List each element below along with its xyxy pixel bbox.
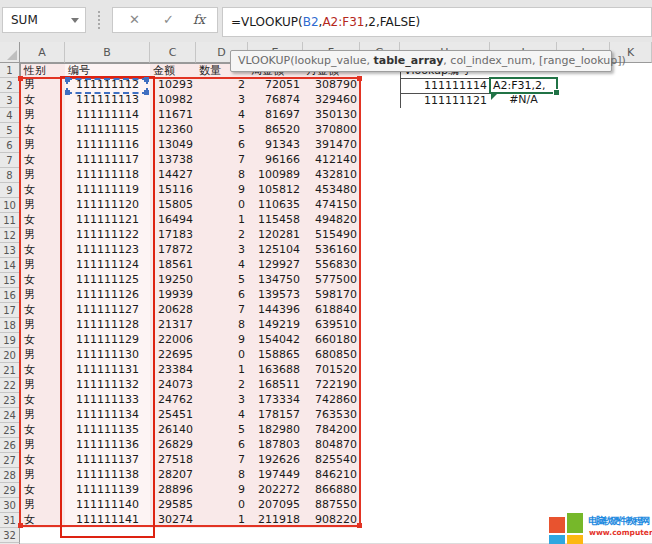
cell-I13[interactable] xyxy=(490,243,558,259)
formula-input[interactable]: =VLOOKUP(B2,A2:F31,2,FALSE) xyxy=(222,7,652,37)
row-header-32[interactable]: 32 xyxy=(0,528,20,543)
cell-I24[interactable] xyxy=(490,408,558,424)
cell-J22[interactable] xyxy=(557,378,611,394)
cell-G26[interactable] xyxy=(360,438,401,454)
column-header-C[interactable]: C xyxy=(150,42,196,63)
cell-H25[interactable] xyxy=(400,423,491,439)
cell-H30[interactable] xyxy=(400,498,491,514)
cell-J6[interactable] xyxy=(557,138,611,154)
column-header-A[interactable]: A xyxy=(20,42,65,63)
cell-K2[interactable] xyxy=(610,78,652,94)
cell-I21[interactable] xyxy=(490,363,558,379)
cell-H19[interactable] xyxy=(400,333,491,349)
cell-H26[interactable] xyxy=(400,438,491,454)
cell-H21[interactable] xyxy=(400,363,491,379)
range-handle-icon[interactable] xyxy=(18,523,23,528)
cell-I22[interactable] xyxy=(490,378,558,394)
cell-I18[interactable] xyxy=(490,318,558,334)
cell-K28[interactable] xyxy=(610,468,652,484)
cell-G7[interactable] xyxy=(360,153,401,169)
cell-J5[interactable] xyxy=(557,123,611,139)
cell-G23[interactable] xyxy=(360,393,401,409)
cell-G14[interactable] xyxy=(360,258,401,274)
reference-border-B2[interactable] xyxy=(66,78,148,94)
cell-K12[interactable] xyxy=(610,228,652,244)
cell-H10[interactable] xyxy=(400,198,491,214)
lookup-result-2-cell[interactable]: #N/A xyxy=(490,93,558,109)
cell-G19[interactable] xyxy=(360,333,401,349)
cell-K13[interactable] xyxy=(610,243,652,259)
cell-K17[interactable] xyxy=(610,303,652,319)
cell-K22[interactable] xyxy=(610,378,652,394)
row-header-6[interactable]: 6 xyxy=(0,138,20,153)
cell-J28[interactable] xyxy=(557,468,611,484)
row-header-19[interactable]: 19 xyxy=(0,333,20,348)
cell-I32[interactable] xyxy=(490,528,558,544)
cell-I23[interactable] xyxy=(490,393,558,409)
cell-K7[interactable] xyxy=(610,153,652,169)
fill-handle[interactable] xyxy=(553,89,560,96)
cell-G28[interactable] xyxy=(360,468,401,484)
row-header-22[interactable]: 22 xyxy=(0,378,20,393)
cell-G29[interactable] xyxy=(360,483,401,499)
row-header-5[interactable]: 5 xyxy=(0,123,20,138)
cell-I28[interactable] xyxy=(490,468,558,484)
cell-J14[interactable] xyxy=(557,258,611,274)
cell-K21[interactable] xyxy=(610,363,652,379)
cell-I14[interactable] xyxy=(490,258,558,274)
cell-K20[interactable] xyxy=(610,348,652,364)
cell-I26[interactable] xyxy=(490,438,558,454)
cell-G6[interactable] xyxy=(360,138,401,154)
cell-G13[interactable] xyxy=(360,243,401,259)
cell-J29[interactable] xyxy=(557,483,611,499)
cell-I9[interactable] xyxy=(490,183,558,199)
row-header-25[interactable]: 25 xyxy=(0,423,20,438)
row-header-9[interactable]: 9 xyxy=(0,183,20,198)
cell-G12[interactable] xyxy=(360,228,401,244)
range-handle-icon[interactable] xyxy=(65,77,70,82)
cell-K11[interactable] xyxy=(610,213,652,229)
cell-G4[interactable] xyxy=(360,108,401,124)
cell-J11[interactable] xyxy=(557,213,611,229)
cell-K29[interactable] xyxy=(610,483,652,499)
row-header-3[interactable]: 3 xyxy=(0,93,20,108)
cell-I17[interactable] xyxy=(490,303,558,319)
cell-I25[interactable] xyxy=(490,423,558,439)
cell-H4[interactable] xyxy=(400,108,491,124)
cell-K3[interactable] xyxy=(610,93,652,109)
cell-G20[interactable] xyxy=(360,348,401,364)
cell-K19[interactable] xyxy=(610,333,652,349)
cell-J24[interactable] xyxy=(557,408,611,424)
cell-G31[interactable] xyxy=(360,513,401,529)
cell-K18[interactable] xyxy=(610,318,652,334)
cell-J3[interactable] xyxy=(557,93,611,109)
cell-H17[interactable] xyxy=(400,303,491,319)
row-header-15[interactable]: 15 xyxy=(0,273,20,288)
cell-G16[interactable] xyxy=(360,288,401,304)
cell-G5[interactable] xyxy=(360,123,401,139)
cancel-icon[interactable]: ✕ xyxy=(129,8,140,32)
cell-I4[interactable] xyxy=(490,108,558,124)
cell-G17[interactable] xyxy=(360,303,401,319)
cell-H32[interactable] xyxy=(400,528,491,544)
row-header-7[interactable]: 7 xyxy=(0,153,20,168)
cell-G21[interactable] xyxy=(360,363,401,379)
cell-J21[interactable] xyxy=(557,363,611,379)
row-header-13[interactable]: 13 xyxy=(0,243,20,258)
lookup-value-2-cell[interactable]: 111111121 xyxy=(400,93,491,109)
cell-G11[interactable] xyxy=(360,213,401,229)
cell-H24[interactable] xyxy=(400,408,491,424)
name-box-dropdown-icon[interactable] xyxy=(71,18,79,23)
cell-H9[interactable] xyxy=(400,183,491,199)
cell-I15[interactable] xyxy=(490,273,558,289)
row-header-29[interactable]: 29 xyxy=(0,483,20,498)
cell-K8[interactable] xyxy=(610,168,652,184)
active-cell-I2[interactable]: A2:F31,2, xyxy=(489,77,558,94)
cell-J7[interactable] xyxy=(557,153,611,169)
row-header-10[interactable]: 10 xyxy=(0,198,20,213)
row-header-23[interactable]: 23 xyxy=(0,393,20,408)
cell-J8[interactable] xyxy=(557,168,611,184)
row-header-31[interactable]: 31 xyxy=(0,513,20,528)
cell-K4[interactable] xyxy=(610,108,652,124)
name-box[interactable]: SUM xyxy=(2,7,86,33)
